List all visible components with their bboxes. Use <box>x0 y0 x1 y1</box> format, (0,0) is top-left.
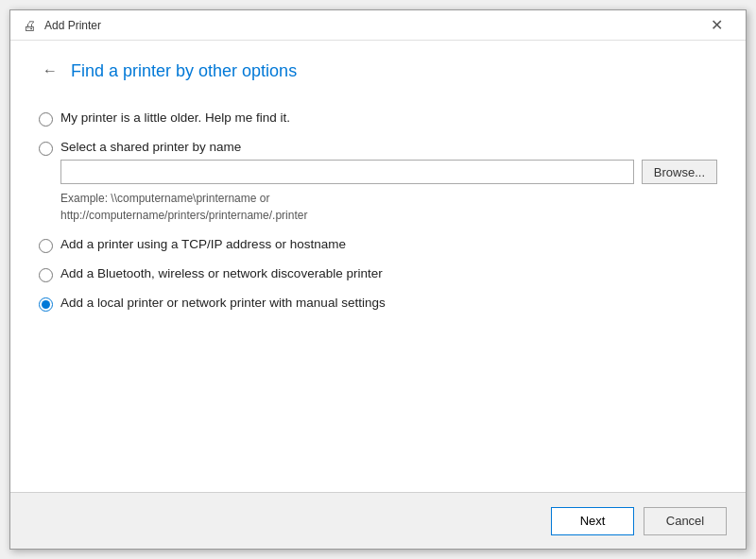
option-older-printer[interactable]: My printer is a little older. Help me fi… <box>39 110 717 127</box>
printer-icon: 🖨 <box>22 18 37 33</box>
example-line2: http://computername/printers/printername… <box>60 209 307 222</box>
nav-row: ← Find a printer by other options <box>39 59 717 82</box>
option-local-printer[interactable]: Add a local printer or network printer w… <box>39 296 717 312</box>
option-tcpip[interactable]: Add a printer using a TCP/IP address or … <box>39 237 717 253</box>
option-shared-printer[interactable]: Select a shared printer by name <box>39 140 717 156</box>
printer-name-input[interactable] <box>60 160 634 184</box>
cancel-button[interactable]: Cancel <box>644 507 727 535</box>
footer: Next Cancel <box>10 492 746 549</box>
option-shared-printer-label: Select a shared printer by name <box>60 140 241 154</box>
radio-local-printer[interactable] <box>39 297 53 312</box>
radio-older-printer[interactable] <box>39 112 53 127</box>
printer-name-row: Browse... <box>60 160 717 184</box>
back-button[interactable]: ← <box>39 59 61 82</box>
title-bar: 🖨 Add Printer ✕ <box>10 10 746 41</box>
option-tcpip-label: Add a printer using a TCP/IP address or … <box>60 237 346 251</box>
option-local-printer-label: Add a local printer or network printer w… <box>60 296 386 310</box>
options-area: My printer is a little older. Help me fi… <box>39 110 717 312</box>
radio-shared-printer[interactable] <box>39 142 53 156</box>
title-bar-left: 🖨 Add Printer <box>22 18 101 33</box>
option-older-printer-label: My printer is a little older. Help me fi… <box>60 110 290 125</box>
title-bar-text: Add Printer <box>44 19 101 32</box>
page-title: Find a printer by other options <box>71 61 297 81</box>
radio-bluetooth[interactable] <box>39 268 53 282</box>
browse-button[interactable]: Browse... <box>642 160 717 184</box>
option-bluetooth[interactable]: Add a Bluetooth, wireless or network dis… <box>39 266 717 282</box>
main-content: ← Find a printer by other options My pri… <box>10 41 746 492</box>
example-text: Example: \\computername\printername or h… <box>60 190 717 224</box>
printer-name-section: Browse... Example: \\computername\printe… <box>60 160 717 224</box>
next-button[interactable]: Next <box>551 507 634 535</box>
close-button[interactable]: ✕ <box>695 10 738 41</box>
option-shared-printer-wrapper: Select a shared printer by name Browse..… <box>39 140 717 224</box>
option-bluetooth-label: Add a Bluetooth, wireless or network dis… <box>60 266 383 280</box>
radio-tcpip[interactable] <box>39 239 53 253</box>
example-line1: Example: \\computername\printername or <box>60 192 269 205</box>
add-printer-window: 🖨 Add Printer ✕ ← Find a printer by othe… <box>9 9 747 550</box>
